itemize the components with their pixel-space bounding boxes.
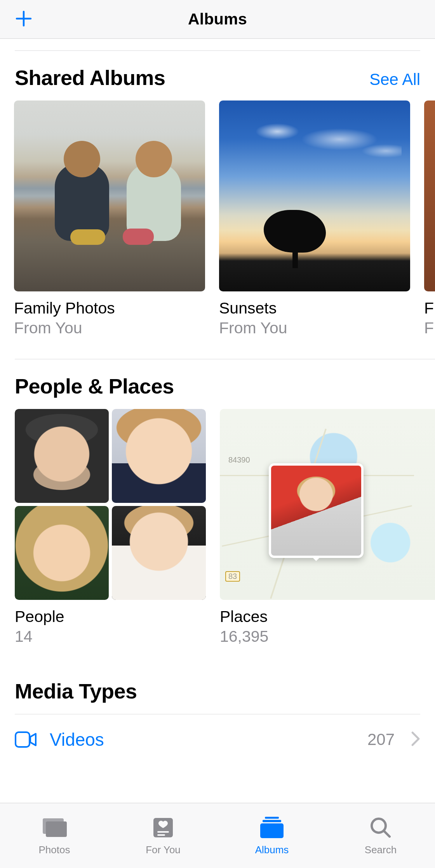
people-places-header: People & Places [0, 359, 435, 409]
plus-icon [14, 9, 33, 29]
nav-bar: Albums [0, 0, 435, 39]
add-album-button[interactable] [13, 9, 34, 30]
tab-bar: Photos For You Albums [0, 803, 435, 868]
svg-rect-8 [265, 817, 279, 819]
tab-label: For You [146, 844, 181, 856]
tab-label: Search [365, 844, 397, 856]
section-title: People & Places [15, 374, 174, 398]
tab-search[interactable]: Search [326, 803, 435, 868]
people-album[interactable]: People 14 [15, 409, 206, 646]
pin-photo [271, 466, 361, 556]
figure-child [55, 163, 109, 241]
album-title: F [424, 299, 435, 317]
content-scroll[interactable]: Shared Albums See All Family Photos From… [0, 50, 435, 835]
page-title: Albums [188, 10, 247, 28]
people-title: People [15, 608, 206, 626]
media-type-videos[interactable]: Videos 207 [15, 714, 420, 765]
album-title: Sunsets [219, 299, 410, 317]
tab-for-you[interactable]: For You [109, 803, 218, 868]
media-type-label: Videos [50, 729, 104, 750]
albums-icon [258, 815, 286, 840]
svg-rect-10 [260, 823, 284, 838]
album-sunsets[interactable]: Sunsets From You [219, 100, 410, 337]
places-count: 16,395 [220, 627, 435, 646]
svg-rect-2 [16, 732, 30, 747]
places-map: 84390 4386 mery 83 [220, 409, 435, 600]
map-photo-pin [269, 463, 364, 558]
album-subtitle: From You [14, 319, 205, 337]
section-title: Shared Albums [15, 66, 165, 90]
tree-silhouette [264, 210, 326, 268]
album-peek-right[interactable]: F F [424, 100, 435, 337]
section-title: Media Types [15, 679, 420, 703]
album-family-photos[interactable]: Family Photos From You [14, 100, 205, 337]
photos-icon [40, 815, 68, 840]
face-thumbnail [15, 409, 109, 503]
map-route-badge: 83 [225, 571, 240, 582]
people-grid [15, 409, 206, 600]
chevron-right-icon [411, 731, 420, 748]
people-places-row: People 14 84390 4386 mery 83 Places 16,3… [0, 409, 435, 646]
tab-label: Photos [39, 844, 70, 856]
places-album[interactable]: 84390 4386 mery 83 Places 16,395 [220, 409, 435, 646]
album-subtitle: From You [219, 319, 410, 337]
svg-rect-9 [263, 820, 281, 822]
album-thumbnail [424, 100, 435, 291]
svg-rect-6 [157, 831, 169, 833]
svg-rect-4 [46, 821, 67, 837]
face-thumbnail [112, 506, 206, 600]
search-icon [367, 815, 395, 840]
places-title: Places [220, 608, 435, 626]
media-type-count: 207 [367, 730, 395, 749]
svg-rect-7 [157, 834, 165, 836]
tab-label: Albums [255, 844, 289, 856]
shared-albums-row[interactable]: Family Photos From You Sunsets From You … [0, 100, 435, 337]
face-thumbnail [15, 506, 109, 600]
map-label: 84390 [228, 456, 250, 464]
cloud-graphic [254, 112, 402, 163]
tab-albums[interactable]: Albums [218, 803, 326, 868]
shared-albums-header: Shared Albums See All [0, 51, 435, 100]
people erstat-count: 14 [15, 627, 206, 646]
for-you-icon [149, 815, 177, 840]
video-icon [15, 731, 37, 748]
figure-child [127, 163, 181, 241]
album-subtitle: F [424, 319, 435, 337]
face-thumbnail [112, 409, 206, 503]
album-thumbnail [219, 100, 410, 291]
svg-line-12 [384, 831, 390, 837]
album-title: Family Photos [14, 299, 205, 317]
tab-photos[interactable]: Photos [0, 803, 109, 868]
media-types-section: Media Types Videos 207 [0, 679, 435, 765]
see-all-button[interactable]: See All [369, 70, 420, 89]
album-thumbnail [14, 100, 205, 291]
